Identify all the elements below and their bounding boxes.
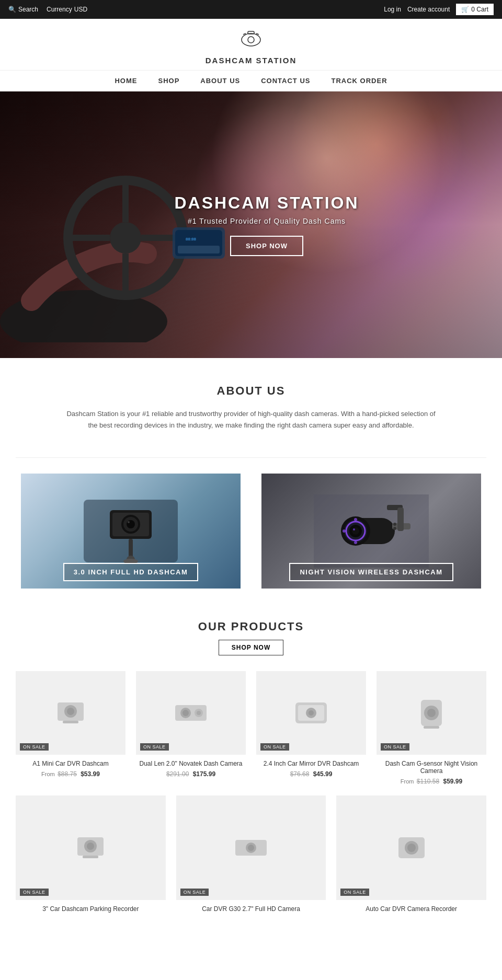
products-grid-top: ON SALE A1 Mini Car DVR Dashcam From $88… <box>16 671 486 785</box>
search-icon: 🔍 <box>8 6 16 13</box>
on-sale-badge-6: ON SALE <box>180 889 209 896</box>
svg-rect-62 <box>83 856 98 858</box>
svg-point-50 <box>197 711 201 715</box>
svg-point-40 <box>393 523 396 526</box>
product-image-2: ON SALE <box>136 671 246 755</box>
product-card-3[interactable]: ON SALE 2.4 Inch Car Mirror DVR Dashcam … <box>256 671 366 785</box>
product-name-1: A1 Mini Car DVR Dashcam <box>16 760 126 767</box>
product-name-3: 2.4 Inch Car Mirror DVR Dashcam <box>256 760 366 767</box>
price-from-1: From <box>41 771 55 777</box>
hero-subtitle: #1 Trusted Provider of Quality Dash Cams <box>174 217 359 225</box>
svg-point-21 <box>127 520 135 528</box>
product-card-1[interactable]: ON SALE A1 Mini Car DVR Dashcam From $88… <box>16 671 126 785</box>
product-image-4: ON SALE <box>376 671 486 755</box>
svg-point-36 <box>354 541 357 544</box>
cart-button[interactable]: 🛒 0 Cart <box>456 4 494 15</box>
svg-rect-4 <box>248 31 254 34</box>
create-account-link[interactable]: Create account <box>407 6 450 13</box>
product-image-7: ON SALE <box>336 795 486 900</box>
product-price-1: From $88.75 $53.99 <box>16 770 126 778</box>
svg-rect-45 <box>63 721 78 723</box>
svg-point-1 <box>248 37 254 43</box>
main-nav: HOME SHOP ABOUT US CONTACT US TRACK ORDE… <box>0 71 502 91</box>
svg-point-22 <box>128 521 130 523</box>
about-body: Dashcam Station is your #1 reliable and … <box>63 408 439 431</box>
search-button[interactable]: 🔍 Search <box>8 6 38 13</box>
on-sale-badge-5: ON SALE <box>20 889 49 896</box>
nav-shop[interactable]: SHOP <box>158 77 179 85</box>
price-sale-1: $53.99 <box>81 770 100 778</box>
svg-point-44 <box>67 708 74 715</box>
nav-contact-us[interactable]: CONTACT US <box>261 77 310 85</box>
hero-shop-now-button[interactable]: SHOP NOW <box>230 236 303 256</box>
product-card-2[interactable]: ON SALE Dual Len 2.0" Novatek Dash Camer… <box>136 671 246 785</box>
svg-point-54 <box>309 710 314 716</box>
product-image-6: ON SALE <box>176 795 326 900</box>
logo-area: DASHCAM STATION <box>0 29 502 65</box>
svg-point-65 <box>248 845 254 851</box>
hero-content: DASHCAM STATION #1 Trusted Provider of Q… <box>174 193 359 256</box>
category-banners: 3.0 INCH FULL HD DASHCAM <box>0 458 502 599</box>
category-banner-fullhd-label: 3.0 INCH FULL HD DASHCAM <box>21 556 241 589</box>
product-name-6: Car DVR G30 2.7" Full HD Camera <box>176 905 326 913</box>
category-banner-fullhd-text: 3.0 INCH FULL HD DASHCAM <box>63 563 199 581</box>
category-banner-nightvision-label: NIGHT VISION WIRELESS DASHCAM <box>261 556 481 589</box>
logo-text: DASHCAM STATION <box>206 56 296 65</box>
currency-value-text: USD <box>74 6 87 13</box>
svg-point-61 <box>87 843 94 850</box>
svg-point-41 <box>393 527 396 530</box>
svg-point-0 <box>242 33 260 46</box>
svg-point-7 <box>110 222 141 253</box>
nav-track-order[interactable]: TRACK ORDER <box>331 77 387 85</box>
top-bar-right: Log in Create account 🛒 0 Cart <box>384 4 494 15</box>
hero-section: 88:88 DASHCAM STATION #1 Trusted Provide… <box>0 91 502 358</box>
category-banner-fullhd[interactable]: 3.0 INCH FULL HD DASHCAM <box>21 474 241 589</box>
price-from-4: From <box>401 778 414 785</box>
price-original-2: $291.00 <box>166 770 189 778</box>
products-heading: OUR PRODUCTS <box>16 620 486 633</box>
products-section: OUR PRODUCTS SHOP NOW ON SALE A1 Mini Ca… <box>0 599 502 937</box>
currency-selector[interactable]: Currency USD <box>47 6 87 13</box>
product-name-4: Dash Cam G-sensor Night Vision Camera <box>376 760 486 775</box>
product-price-3: $76.68 $45.99 <box>256 770 366 778</box>
product-card-6[interactable]: ON SALE Car DVR G30 2.7" Full HD Camera <box>176 795 326 916</box>
nav-about-us[interactable]: ABOUT US <box>200 77 240 85</box>
price-sale-3: $45.99 <box>313 770 333 778</box>
product-name-7: Auto Car DVR Camera Recorder <box>336 905 486 913</box>
category-banner-nightvision[interactable]: NIGHT VISION WIRELESS DASHCAM <box>261 474 481 589</box>
category-banner-nightvision-text: NIGHT VISION WIRELESS DASHCAM <box>289 563 453 581</box>
header: DASHCAM STATION <box>0 19 502 71</box>
product-card-5[interactable]: ON SALE 3" Car Dashcam Parking Recorder <box>16 795 166 916</box>
product-card-7[interactable]: ON SALE Auto Car DVR Camera Recorder <box>336 795 486 916</box>
svg-rect-39 <box>397 508 404 531</box>
on-sale-badge-7: ON SALE <box>340 889 369 896</box>
price-original-3: $76.68 <box>290 770 310 778</box>
svg-point-37 <box>343 529 346 533</box>
top-bar: 🔍 Search Currency USD Log in Create acco… <box>0 0 502 19</box>
svg-point-33 <box>352 527 359 535</box>
svg-point-34 <box>353 528 355 531</box>
price-original-1: $88.75 <box>58 770 77 778</box>
on-sale-badge-4: ON SALE <box>381 743 409 751</box>
price-original-4: $110.58 <box>417 778 439 785</box>
product-price-4: From $110.58 $59.99 <box>376 778 486 785</box>
product-price-2: $291.00 $175.99 <box>136 770 246 778</box>
price-sale-2: $175.99 <box>193 770 215 778</box>
about-section: ABOUT US Dashcam Station is your #1 reli… <box>0 358 502 457</box>
currency-label: Currency <box>47 6 72 13</box>
cart-label: 0 Cart <box>471 6 488 13</box>
on-sale-badge-3: ON SALE <box>260 743 289 751</box>
product-image-3: ON SALE <box>256 671 366 755</box>
product-name-5: 3" Car Dashcam Parking Recorder <box>16 905 166 913</box>
svg-point-57 <box>427 709 436 717</box>
login-link[interactable]: Log in <box>384 6 401 13</box>
products-shop-now-button[interactable]: SHOP NOW <box>219 640 283 655</box>
hero-title: DASHCAM STATION <box>174 193 359 213</box>
nav-home[interactable]: HOME <box>115 77 137 85</box>
on-sale-badge-1: ON SALE <box>20 743 49 751</box>
svg-point-48 <box>182 710 189 716</box>
product-card-4[interactable]: ON SALE Dash Cam G-sensor Night Vision C… <box>376 671 486 785</box>
svg-rect-58 <box>424 726 439 729</box>
product-name-2: Dual Len 2.0" Novatek Dash Camera <box>136 760 246 767</box>
price-sale-4: $59.99 <box>443 778 463 785</box>
